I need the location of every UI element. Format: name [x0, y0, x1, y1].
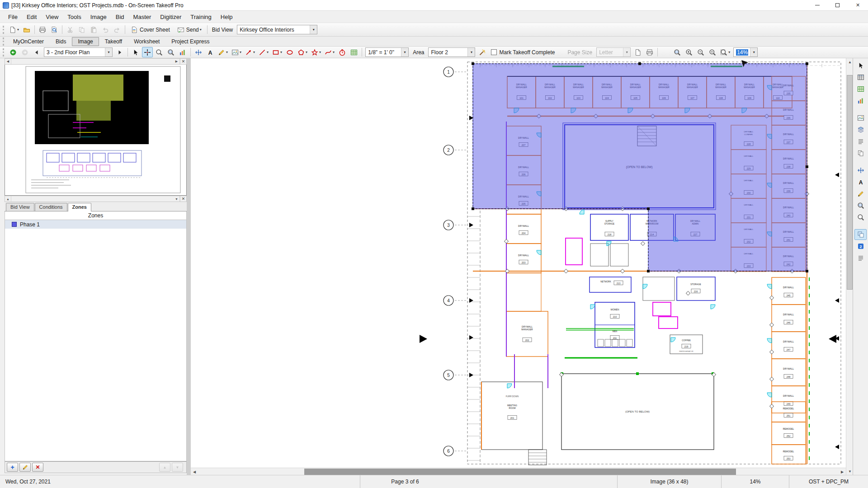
splitter-track[interactable] [11, 196, 174, 202]
dropdown-arrow-icon[interactable]: ▾ [200, 28, 202, 32]
print-button[interactable] [37, 24, 48, 35]
image-tools-button[interactable] [854, 113, 867, 123]
scroll-track[interactable] [11, 59, 174, 64]
image-stamp-tool-button[interactable]: ▾ [230, 47, 243, 57]
print-preview-button[interactable] [49, 24, 60, 35]
horizontal-scroll-thumb[interactable] [304, 469, 736, 475]
zoom-in-button[interactable] [684, 47, 694, 57]
combo-arrow-icon[interactable]: ▾ [750, 48, 757, 56]
minimize-button[interactable] [807, 0, 827, 11]
chart-tool-button[interactable] [177, 47, 188, 57]
dropdown-arrow-icon[interactable]: ▾ [306, 50, 307, 54]
panel-tab-bid-view[interactable]: Bid View [6, 203, 34, 211]
takeoff-canvas[interactable]: 123456DRYWALLMANAGER101DRYWALLMANAGER102… [191, 58, 846, 468]
summary-chart-button[interactable] [854, 95, 867, 106]
curve-tool-button[interactable]: ▾ [323, 47, 336, 57]
details-list-button[interactable] [854, 136, 867, 147]
cover-sheet-button[interactable]: Cover Sheet [127, 24, 173, 35]
star-tool-button[interactable]: ▾ [310, 47, 322, 57]
splitter-up-button[interactable]: ▲ [5, 196, 11, 202]
zoom-fit-button[interactable]: ▾ [719, 47, 731, 57]
open-file-button[interactable] [21, 24, 32, 35]
menu-tools[interactable]: Tools [63, 12, 85, 22]
menu-master[interactable]: Master [129, 12, 156, 22]
tab-takeoff[interactable]: Takeoff [99, 37, 128, 46]
tab-project-express[interactable]: Project Express [165, 37, 215, 46]
dropdown-arrow-icon[interactable]: ▾ [226, 50, 228, 54]
zoom-window-button[interactable] [854, 200, 867, 211]
ellipse-tool-button[interactable] [284, 47, 295, 57]
measure-tool-button[interactable] [854, 165, 867, 176]
properties-list-button[interactable] [854, 253, 867, 263]
combo-arrow-icon[interactable]: ▾ [401, 48, 408, 56]
worksheet-grid-button[interactable] [854, 84, 867, 94]
dropdown-arrow-icon[interactable]: ▾ [333, 50, 335, 54]
zoom-actual-button[interactable] [707, 47, 718, 57]
maximize-button[interactable] [827, 0, 848, 11]
zoom-level[interactable]: 14%▾ [733, 47, 758, 57]
edit-zone-button[interactable] [19, 463, 31, 472]
menu-bid[interactable]: Bid [111, 12, 129, 22]
new-page-button[interactable] [632, 47, 643, 57]
annotation-text-button[interactable]: A [854, 177, 867, 188]
tab-bids[interactable]: Bids [50, 37, 72, 46]
combo-arrow-icon[interactable]: ▾ [105, 48, 112, 56]
magnifier-button[interactable] [854, 212, 867, 223]
back-button[interactable] [8, 47, 19, 57]
zoom-window-tool-button[interactable] [165, 47, 176, 57]
tab-image[interactable]: Image [72, 37, 99, 46]
select-tool-button[interactable] [854, 60, 867, 71]
polygon-tool-button[interactable]: ▾ [296, 47, 309, 57]
splitter-down-button[interactable]: ▼ [174, 196, 180, 202]
panel-tab-zones[interactable]: Zones [68, 203, 91, 211]
mark-takeoff-complete-checkbox[interactable]: Mark Takeoff Complete [491, 49, 555, 56]
horizontal-scrollbar[interactable]: ◀ ▶ [191, 468, 846, 475]
scroll-left-arrow[interactable]: ◀ [191, 468, 198, 475]
vertical-scroll-thumb[interactable] [847, 75, 853, 290]
zoom-rect-button[interactable] [672, 47, 683, 57]
previous-page-button[interactable] [31, 47, 42, 57]
zone-list-item[interactable]: Phase 1 [5, 220, 186, 229]
combo-arrow-icon[interactable]: ▾ [310, 25, 317, 34]
thumbnail-preview[interactable] [5, 65, 187, 196]
duplicate-page-button[interactable] [854, 148, 867, 159]
new-document-button[interactable]: ▾ [8, 24, 20, 35]
menu-help[interactable]: Help [216, 12, 237, 22]
rectangle-tool-button[interactable]: ▾ [271, 47, 283, 57]
arrow-tool-button[interactable]: ▾ [244, 47, 256, 57]
menu-image[interactable]: Image [86, 12, 111, 22]
checkbox-icon[interactable] [491, 49, 497, 55]
close-pane-icon[interactable]: ✕ [180, 196, 186, 202]
dropdown-arrow-icon[interactable]: ▾ [319, 50, 321, 54]
close-pane-icon[interactable]: ✕ [180, 59, 186, 64]
window-count-badge-button[interactable]: 2 [854, 241, 867, 252]
takeoff-crosshair-button[interactable] [142, 47, 153, 57]
zoom-tool-button[interactable] [154, 47, 165, 57]
scroll-right-arrow[interactable]: ▶ [839, 468, 846, 475]
overlay-pages-button[interactable] [854, 124, 867, 135]
menu-view[interactable]: View [41, 12, 63, 22]
line-tool-button[interactable]: ▾ [257, 47, 270, 57]
scroll-right-button[interactable]: ▶ [174, 59, 180, 64]
timer-tool-button[interactable] [337, 47, 348, 57]
menu-digitizer[interactable]: Digitizer [156, 12, 186, 22]
add-zone-button[interactable]: + [7, 463, 18, 472]
annotation-pencil-button[interactable] [854, 188, 867, 199]
dropdown-arrow-icon[interactable]: ▾ [253, 50, 255, 54]
menu-training[interactable]: Training [186, 12, 216, 22]
next-page-button[interactable] [114, 47, 125, 57]
scale-select[interactable]: 1/8" = 1' 0"▾ [365, 47, 409, 57]
close-button[interactable]: ✕ [848, 0, 868, 11]
area-select[interactable]: Floor 2▾ [428, 47, 475, 57]
dropdown-arrow-icon[interactable]: ▾ [240, 50, 241, 54]
combo-arrow-icon[interactable]: ▾ [623, 48, 630, 56]
print-page-button[interactable] [644, 47, 655, 57]
vertical-scrollbar[interactable]: ▲ ▼ [846, 58, 853, 475]
dropdown-arrow-icon[interactable]: ▾ [17, 28, 19, 32]
worksheet-tool-button[interactable] [349, 47, 359, 57]
scroll-left-button[interactable]: ◀ [5, 59, 11, 64]
panel-tab-conditions[interactable]: Conditions [35, 203, 67, 211]
magic-wand-tool-button[interactable] [477, 47, 488, 57]
dropdown-arrow-icon[interactable]: ▾ [280, 50, 282, 54]
compare-views-button[interactable] [854, 229, 867, 240]
